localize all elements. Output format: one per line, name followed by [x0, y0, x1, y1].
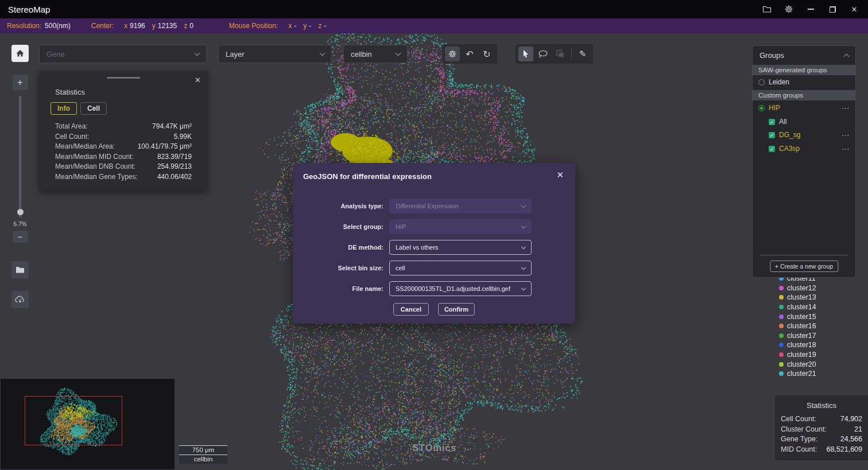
cluster-item[interactable]: cluster21	[779, 369, 816, 379]
cluster-item[interactable]: cluster16	[779, 321, 816, 331]
cluster-item[interactable]: cluster14	[779, 302, 816, 312]
dialog-close-button[interactable]	[556, 170, 564, 180]
radio-selected-icon[interactable]	[758, 105, 765, 111]
minimap[interactable]	[0, 378, 175, 470]
cluster-color-dot	[779, 305, 784, 309]
restore-window-icon	[830, 6, 836, 13]
stat-label: Cell Count:	[55, 132, 89, 142]
statistics-row: Cluster Count:21	[781, 425, 862, 435]
display-settings-button[interactable]	[445, 46, 460, 61]
close-icon	[851, 5, 858, 14]
stat-value: 440.06/402	[157, 172, 192, 182]
pointer-select-tool-button[interactable]	[518, 46, 533, 61]
center-x-value: 9196	[130, 22, 145, 30]
app-settings-button[interactable]	[783, 3, 795, 15]
statistics-close-button[interactable]	[195, 76, 201, 84]
cluster-item[interactable]: cluster19	[779, 350, 816, 360]
undo-button[interactable]	[462, 46, 477, 61]
select-group-select: HIP	[389, 219, 532, 234]
cluster-item[interactable]: cluster13	[779, 293, 816, 302]
export-button[interactable]	[11, 291, 29, 308]
group-child-all[interactable]: All	[753, 115, 855, 128]
tab-cell[interactable]: Cell	[80, 102, 107, 115]
minimap-viewport-rect[interactable]	[25, 396, 122, 445]
chevron-down-icon	[320, 50, 326, 56]
cluster-label: cluster14	[787, 303, 816, 311]
gene-select[interactable]: Gene	[39, 45, 207, 63]
group-child-ca3sp[interactable]: CA3sp	[753, 142, 855, 156]
more-options-icon[interactable]	[842, 103, 850, 112]
open-file-button[interactable]	[11, 261, 29, 278]
de-method-value: Label vs others	[396, 244, 439, 251]
undo-icon	[466, 49, 473, 60]
overlapping-squares-icon	[556, 50, 564, 58]
close-icon	[195, 76, 201, 84]
bin-select-value: cellbin	[351, 50, 372, 59]
confirm-button[interactable]: Confirm	[438, 303, 475, 316]
zoom-slider-thumb[interactable]	[17, 209, 24, 215]
radio-unselected-icon[interactable]	[758, 79, 765, 86]
cluster-color-dot	[779, 333, 784, 338]
more-options-icon[interactable]	[842, 144, 850, 153]
checkbox-checked-icon[interactable]	[769, 119, 775, 125]
statistics-title: Statistics	[781, 401, 862, 410]
cancel-button[interactable]: Cancel	[393, 303, 429, 316]
collapse-chevron-icon[interactable]	[844, 54, 850, 60]
layer-select[interactable]: Layer	[218, 45, 332, 63]
drag-handle[interactable]	[107, 77, 140, 79]
edit-tool-button[interactable]	[575, 46, 590, 61]
cluster-label: cluster13	[787, 293, 816, 301]
zoom-in-button[interactable]: +	[13, 75, 28, 90]
group-select-tool-button[interactable]	[553, 46, 568, 61]
file-name-value: SS200000135TL_D1.adjusted.cellbin.gef	[396, 285, 510, 292]
scale-bar: 750 μm cellbin	[179, 445, 227, 464]
dialog-form: Analysis type: Differential Expression S…	[293, 199, 575, 302]
groups-title: Groups	[760, 51, 784, 60]
open-project-button[interactable]	[761, 3, 773, 15]
group-item-leiden[interactable]: Leiden	[753, 75, 855, 89]
lasso-tool-button[interactable]	[536, 46, 551, 61]
tab-info[interactable]: Info	[51, 102, 77, 115]
file-name-select[interactable]: SS200000135TL_D1.adjusted.cellbin.gef	[389, 281, 532, 296]
chevron-down-icon	[521, 223, 526, 228]
mouse-x-axis: x	[288, 22, 292, 30]
cluster-color-dot	[779, 295, 784, 300]
home-button[interactable]	[11, 45, 29, 62]
center-x-axis: x	[124, 22, 127, 30]
mouse-position-label: Mouse Position:	[229, 22, 278, 30]
cluster-label: cluster16	[787, 322, 816, 330]
minimize-button[interactable]	[805, 3, 816, 15]
cluster-item[interactable]: cluster17	[779, 331, 816, 341]
center-z-axis: z	[184, 22, 187, 30]
de-method-select[interactable]: Label vs others	[389, 240, 532, 255]
toolbar-divider	[571, 48, 572, 60]
chevron-down-icon	[521, 285, 526, 290]
create-group-button[interactable]: + Create a new group	[770, 261, 838, 272]
layer-select-value: Layer	[226, 50, 245, 59]
refresh-button[interactable]	[479, 46, 494, 61]
group-child-dg-sg[interactable]: DG_sg	[753, 128, 855, 142]
cluster-item[interactable]: cluster12	[779, 283, 816, 293]
zoom-out-button[interactable]: −	[13, 231, 28, 243]
group-item-hip[interactable]: HIP	[753, 100, 855, 115]
stat-label: Mean/Median MID Count:	[55, 152, 134, 162]
stat-label: Total Area:	[55, 122, 88, 132]
checkbox-checked-icon[interactable]	[769, 132, 775, 138]
cluster-item[interactable]: cluster18	[779, 340, 816, 350]
bin-select[interactable]: cellbin	[343, 45, 408, 63]
resolution-value: 500(nm)	[45, 22, 71, 30]
statistics-row: Mean/Median Gene Types:440.06/402	[55, 172, 192, 182]
de-method-label: DE method:	[293, 244, 389, 251]
more-options-icon[interactable]	[842, 130, 850, 139]
checkbox-checked-icon[interactable]	[769, 146, 775, 152]
close-button[interactable]	[848, 3, 860, 15]
cluster-item[interactable]: cluster15	[779, 312, 816, 321]
bin-size-select[interactable]: cell	[389, 261, 532, 275]
center-label: Center:	[91, 22, 114, 30]
check-icon	[770, 145, 774, 153]
cluster-item[interactable]: cluster20	[779, 359, 816, 369]
maximize-button[interactable]	[827, 3, 838, 15]
zoom-slider[interactable]	[19, 96, 21, 217]
stat-value: 68,521,609	[826, 445, 862, 455]
saw-groups-section-header: SAW-generated groups	[753, 65, 855, 75]
